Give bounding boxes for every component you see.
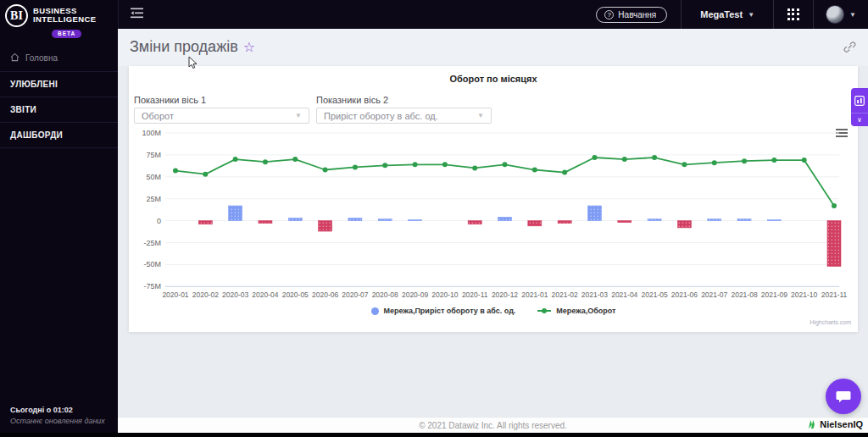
svg-text:2020-02: 2020-02 bbox=[192, 290, 219, 299]
content-header: Зміни продажів☆ bbox=[118, 29, 868, 66]
page-title: Зміни продажів☆ bbox=[130, 38, 255, 56]
legend-item-line[interactable]: Мережа,Оборот bbox=[537, 307, 615, 315]
chart-plot: 100M75M50M25M0-25M-50M-75M2020-012020-02… bbox=[129, 127, 858, 307]
chart-title: Оборот по місяцях bbox=[129, 66, 858, 84]
svg-text:2020-03: 2020-03 bbox=[222, 290, 248, 299]
svg-text:50M: 50M bbox=[146, 173, 161, 181]
chat-bubble-icon bbox=[835, 389, 852, 405]
account-menu[interactable]: ▼ bbox=[814, 0, 868, 29]
axis1-value: Оборот bbox=[142, 111, 174, 121]
legend-marker-bar bbox=[371, 307, 379, 315]
last-update-caption: Останнє оновлення даних bbox=[10, 417, 105, 425]
last-update-time: Сьогодні о 01:02 bbox=[10, 406, 105, 414]
workspace-label: MegaTest bbox=[700, 9, 743, 19]
workspace-dropdown[interactable]: MegaTest ▼ bbox=[682, 0, 773, 29]
svg-text:2020-08: 2020-08 bbox=[372, 290, 398, 299]
svg-text:2021-11: 2021-11 bbox=[821, 290, 848, 299]
legend-item-bars[interactable]: Мережа,Приріст обороту в абс. од. bbox=[371, 307, 516, 315]
widget-panel-button[interactable] bbox=[851, 88, 868, 113]
svg-text:2020-12: 2020-12 bbox=[492, 290, 518, 299]
legend-marker-line bbox=[537, 310, 551, 312]
legend-label: Мережа,Оборот bbox=[556, 307, 615, 315]
chart-card: Оборот по місяцях Показники вісь 1 Показ… bbox=[129, 66, 858, 332]
grid-icon bbox=[787, 8, 800, 21]
side-action-panel: ∨ bbox=[851, 88, 868, 126]
share-link-icon[interactable] bbox=[843, 41, 856, 57]
svg-text:-25M: -25M bbox=[143, 239, 161, 247]
sidebar-item-home[interactable]: Головна bbox=[0, 44, 118, 72]
chevron-down-icon: ▼ bbox=[477, 112, 484, 119]
axis2-value: Приріст обороту в абс. од. bbox=[324, 111, 438, 121]
svg-text:2021-02: 2021-02 bbox=[552, 290, 578, 299]
svg-text:2021-04: 2021-04 bbox=[611, 290, 637, 299]
legend-label: Мережа,Приріст обороту в абс. од. bbox=[384, 307, 516, 315]
svg-text:2021-09: 2021-09 bbox=[761, 290, 787, 299]
chevron-down-icon: ▼ bbox=[849, 11, 856, 19]
nielseniq-mark-icon bbox=[806, 418, 818, 430]
svg-text:2021-03: 2021-03 bbox=[581, 290, 608, 299]
svg-text:2020-04: 2020-04 bbox=[252, 290, 278, 299]
main-content: Оборот по місяцях Показники вісь 1 Показ… bbox=[118, 66, 868, 417]
chevron-down-icon: ▼ bbox=[295, 112, 302, 119]
nielseniq-wordmark: NielsenIQ bbox=[820, 419, 863, 429]
svg-text:2021-06: 2021-06 bbox=[671, 290, 698, 299]
svg-text:-50M: -50M bbox=[143, 260, 161, 268]
highcharts-credits[interactable]: Highcharts.com bbox=[810, 319, 851, 325]
svg-text:-75M: -75M bbox=[143, 282, 161, 290]
svg-text:2020-11: 2020-11 bbox=[462, 290, 488, 299]
beta-badge: BETA bbox=[52, 30, 81, 38]
home-icon bbox=[10, 53, 19, 64]
copyright-text: © 2021 Datawiz Inc. All rights reserved. bbox=[118, 418, 868, 434]
sidebar: BI BUSINESS INTELLIGENCE BETA Головна УЛ… bbox=[0, 0, 118, 437]
svg-text:2020-05: 2020-05 bbox=[282, 290, 309, 299]
topbar: ? Навчання MegaTest ▼ ▼ bbox=[118, 0, 868, 29]
svg-text:2021-08: 2021-08 bbox=[731, 290, 757, 299]
favorite-star-icon[interactable]: ☆ bbox=[243, 40, 255, 54]
sidebar-item-label: Головна bbox=[25, 53, 58, 63]
svg-text:2020-06: 2020-06 bbox=[312, 290, 338, 299]
menu-fold-icon[interactable] bbox=[131, 7, 143, 22]
svg-text:100M: 100M bbox=[142, 129, 161, 137]
collapse-panel-button[interactable]: ∨ bbox=[851, 113, 868, 126]
avatar bbox=[826, 5, 844, 24]
chevron-down-icon: ▼ bbox=[748, 11, 754, 19]
apps-grid-button[interactable] bbox=[774, 0, 813, 29]
sidebar-item-reports[interactable]: ЗВІТИ bbox=[0, 97, 118, 123]
footer: © 2021 Datawiz Inc. All rights reserved.… bbox=[118, 417, 868, 433]
brand-logo: BI BUSINESS INTELLIGENCE BETA bbox=[0, 0, 118, 39]
svg-text:2021-10: 2021-10 bbox=[791, 290, 817, 299]
svg-text:2021-05: 2021-05 bbox=[641, 290, 667, 299]
axis1-label: Показники вісь 1 bbox=[134, 95, 206, 105]
svg-text:75M: 75M bbox=[146, 151, 161, 159]
axis2-select[interactable]: Приріст обороту в абс. од. ▼ bbox=[316, 108, 492, 124]
training-button[interactable]: ? Навчання bbox=[596, 7, 667, 23]
brand-line2: INTELLIGENCE bbox=[33, 15, 96, 24]
axis2-label: Показники вісь 2 bbox=[316, 95, 388, 105]
chart-legend: Мережа,Приріст обороту в абс. од. Мережа… bbox=[129, 307, 858, 315]
bottom-strip bbox=[0, 433, 868, 437]
svg-text:2021-01: 2021-01 bbox=[521, 290, 548, 299]
training-label: Навчання bbox=[618, 10, 656, 19]
sidebar-item-dashboards[interactable]: ДАШБОРДИ bbox=[0, 123, 118, 148]
bi-logo-mark: BI bbox=[5, 4, 28, 27]
chat-fab-button[interactable] bbox=[826, 379, 861, 414]
svg-text:2020-01: 2020-01 bbox=[162, 290, 188, 299]
svg-text:2020-09: 2020-09 bbox=[402, 290, 428, 299]
axis1-select[interactable]: Оборот ▼ bbox=[134, 108, 309, 124]
svg-text:2020-07: 2020-07 bbox=[342, 290, 368, 299]
svg-text:2021-07: 2021-07 bbox=[701, 290, 727, 299]
sidebar-item-favorites[interactable]: УЛЮБЛЕНІ bbox=[0, 72, 118, 97]
chevron-down-icon: ∨ bbox=[857, 116, 862, 124]
svg-text:25M: 25M bbox=[146, 195, 161, 203]
nielseniq-logo: NielsenIQ bbox=[806, 418, 863, 430]
last-update-info: Сьогодні о 01:02 Останнє оновлення даних bbox=[10, 406, 105, 425]
svg-text:2020-10: 2020-10 bbox=[431, 290, 458, 299]
question-icon: ? bbox=[604, 10, 614, 19]
svg-text:0: 0 bbox=[157, 217, 161, 225]
chart-widget-icon bbox=[854, 96, 865, 106]
